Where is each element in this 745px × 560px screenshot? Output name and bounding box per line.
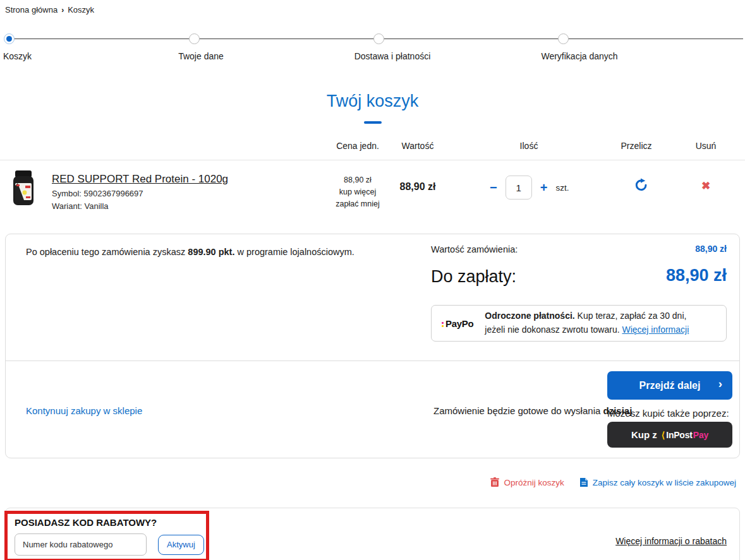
item-value-cell: 88,90 zł <box>400 181 436 193</box>
header-remove: Usuń <box>696 141 717 151</box>
to-pay-label: Do zapłaty: <box>431 267 516 287</box>
proceed-button-label: Przejdź dalej <box>639 380 701 391</box>
paypo-info-box: PayPo Odroczone płatności. Kup teraz, za… <box>431 305 727 342</box>
inpost-brand-pink: Pay <box>693 430 708 440</box>
quantity-decrease-button[interactable]: − <box>490 181 497 194</box>
chevron-right-icon: › <box>718 377 722 391</box>
continue-shopping-link[interactable]: Kontynuuj zakupy w sklepie <box>26 405 142 416</box>
header-recalculate: Przelicz <box>621 141 651 151</box>
cart-table-header: Cena jedn. Wartość Ilość Przelicz Usuń <box>0 130 745 160</box>
quantity-stepper: − + szt. <box>490 176 569 200</box>
unit-price-note-1: kup więcej <box>336 186 379 198</box>
discount-form: Aktywuj <box>15 533 204 556</box>
unit-price-note-2: zapłać mniej <box>336 198 379 210</box>
trash-icon <box>490 477 499 487</box>
step-label-verification: Weryfikacja danych <box>541 51 617 61</box>
loyalty-suffix: w programie lojalnościowym. <box>234 247 354 257</box>
proceed-button[interactable]: Przejdź dalej › <box>607 371 732 400</box>
header-value: Wartość <box>402 141 434 151</box>
inpost-brand-white: InPost <box>666 430 693 440</box>
activate-discount-button[interactable]: Aktywuj <box>158 535 204 555</box>
inpost-pay-button[interactable]: Kup z ⟨ InPost Pay <box>607 422 732 448</box>
paypo-more-info-link[interactable]: Więcej informacji <box>622 325 689 335</box>
cart-item-row: RED SUPPORT Red Protein - 1020g Symbol: … <box>0 160 745 222</box>
quantity-input[interactable] <box>506 176 532 200</box>
discount-title: POSIADASZ KOD RABATOWY? <box>15 517 157 528</box>
product-info: RED SUPPORT Red Protein - 1020g Symbol: … <box>52 173 228 211</box>
product-symbol: Symbol: 5902367996697 <box>52 189 228 198</box>
inpost-prefix: Kup z <box>631 429 657 440</box>
step-circle-cart <box>4 33 15 44</box>
product-variant: Wariant: Vanilla <box>52 201 228 211</box>
ready-prefix: Zamówienie będzie gotowe do wysłania <box>433 405 603 416</box>
step-circle-verification <box>558 33 569 44</box>
summary-top-section: Po opłaceniu tego zamówienia zyskasz 899… <box>6 234 739 360</box>
empty-cart-label: Opróżnij koszyk <box>504 478 564 487</box>
paypo-logo-text: PayPo <box>445 318 473 329</box>
unit-price-value: 88,90 zł <box>336 174 379 186</box>
order-value-amount: 88,90 zł <box>695 244 727 254</box>
unit-price-cell: 88,90 zł kup więcej zapłać mniej <box>336 174 379 210</box>
paypo-rest-1: Kup teraz, zapłać za 30 dni, <box>575 311 687 321</box>
discount-code-section: POSIADASZ KOD RABATOWY? Aktywuj Więcej i… <box>5 508 740 560</box>
order-value-label: Wartość zamówienia: <box>431 244 518 254</box>
recalculate-icon[interactable] <box>634 178 648 194</box>
header-quantity: Ilość <box>520 141 538 151</box>
paypo-logo-dots-icon <box>442 322 444 327</box>
step-label-delivery: Dostawa i płatności <box>354 51 431 61</box>
loyalty-points: 899.90 pkt. <box>188 247 234 257</box>
quantity-increase-button[interactable]: + <box>540 181 548 194</box>
cart-summary-box: Po opłaceniu tego zamówienia zyskasz 899… <box>5 234 740 458</box>
shipping-ready-text: Zamówienie będzie gotowe do wysłania dzi… <box>433 405 632 416</box>
quantity-unit-label: szt. <box>555 183 569 193</box>
step-label-your-data: Twoje dane <box>178 51 224 61</box>
breadcrumb-home-link[interactable]: Strona główna <box>5 5 58 15</box>
step-circle-your-data <box>189 33 200 44</box>
paypo-rest-2: jeżeli nie dokonasz zwrotu towaru. <box>485 325 622 335</box>
breadcrumb-current: Koszyk <box>68 5 94 15</box>
save-to-list-label: Zapisz cały koszyk w liście zakupowej <box>593 478 736 487</box>
product-name-link[interactable]: RED SUPPORT Red Protein - 1020g <box>52 173 228 185</box>
breadcrumb: Strona główna › Koszyk <box>0 0 745 15</box>
document-icon <box>579 477 588 487</box>
step-label-cart: Koszyk <box>3 51 32 61</box>
empty-cart-action[interactable]: Opróżnij koszyk <box>490 477 564 487</box>
breadcrumb-separator-icon: › <box>61 6 64 15</box>
discount-code-input[interactable] <box>15 533 147 556</box>
paypo-logo: PayPo <box>442 318 473 329</box>
loyalty-prefix: Po opłaceniu tego zamówienia zyskasz <box>26 247 188 257</box>
discount-more-info-link[interactable]: Więcej informacji o rabatach <box>615 536 727 546</box>
product-image[interactable] <box>10 169 37 211</box>
summary-bottom-section: Kontynuuj zakupy w sklepie Zamówienie bę… <box>6 361 739 458</box>
paypo-bold: Odroczone płatności. <box>485 311 574 321</box>
remove-item-icon[interactable]: ✖ <box>701 179 710 193</box>
title-underline <box>364 121 382 124</box>
also-buy-label: Możesz kupić także poprzez: <box>607 408 729 419</box>
header-unit-price: Cena jedn. <box>336 141 379 151</box>
paypo-description: Odroczone płatności. Kup teraz, zapłać z… <box>485 309 689 337</box>
cart-actions-row: Opróżnij koszyk Zapisz cały koszyk w liś… <box>0 477 736 487</box>
step-circle-delivery <box>373 33 384 44</box>
checkout-stepper: Koszyk Twoje dane Dostawa i płatności We… <box>0 31 745 70</box>
save-to-list-action[interactable]: Zapisz cały koszyk w liście zakupowej <box>579 477 736 487</box>
inpost-logo-icon: ⟨ <box>662 430 665 440</box>
page-title: Twój koszyk <box>0 92 745 111</box>
loyalty-info: Po opłaceniu tego zamówienia zyskasz 899… <box>26 247 354 257</box>
to-pay-amount: 88,90 zł <box>666 266 727 285</box>
